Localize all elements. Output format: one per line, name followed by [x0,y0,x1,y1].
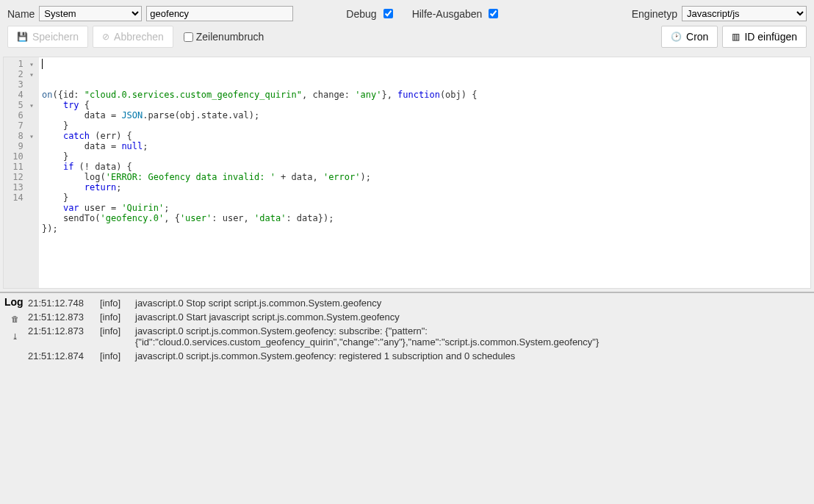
hilfe-checkbox[interactable] [489,9,498,18]
toolbar: 💾 Speichern ⊘ Abbrechen Zeilenumbruch 🕑 … [0,26,814,57]
line-number: 3 [11,79,35,90]
log-time: 21:51:12.748 [26,298,100,309]
code-line[interactable]: try { [42,100,807,110]
log-title: Log [3,296,24,308]
trash-icon: 🗑 [11,314,19,323]
code-line[interactable]: sendTo('geofency.0', {'user': user, 'dat… [42,213,807,223]
log-level: [info] [100,325,135,336]
line-number: 9 [11,141,35,151]
code-line[interactable]: catch (err) { [42,131,807,141]
hilfe-label: Hilfe-Ausgaben [412,8,483,20]
insert-id-button-label: ID einfügen [744,31,797,43]
line-number: 7 [11,120,35,131]
code-line[interactable]: log('ERROR: Geofency data invalid: ' + d… [42,172,807,182]
code-line[interactable]: on({id: "cloud.0.services.custom_geofenc… [42,90,807,100]
insert-id-button[interactable]: ▥ ID einfügen [722,26,807,48]
code-editor[interactable]: 1 ▾2 ▾3 4 5 ▾6 7 8 ▾9 10 11 12 13 14 on(… [3,57,811,289]
log-time: 21:51:12.873 [26,312,100,323]
enginetyp-label: Enginetyp [632,8,677,20]
header-bar: Name System Debug Hilfe-Ausgaben Enginet… [0,0,814,26]
log-level: [info] [100,312,135,323]
line-number: 13 [11,182,35,192]
cancel-button-label: Abbrechen [114,31,164,43]
clock-icon: 🕑 [671,32,682,42]
log-message: javascript.0 script.js.common.System.geo… [135,325,811,348]
log-time: 21:51:12.873 [26,325,100,336]
wrap-control: Zeilenumbruch [184,31,264,43]
gutter: 1 ▾2 ▾3 4 5 ▾6 7 8 ▾9 10 11 12 13 14 [4,57,39,288]
engine-select[interactable]: Javascript/js [682,6,807,21]
name-label: Name [7,8,35,20]
code-line[interactable]: data = null; [42,141,807,151]
log-message: javascript.0 Start javascript script.js.… [135,312,811,323]
line-number: 2 ▾ [11,69,35,79]
code-line[interactable]: var user = 'Quirin'; [42,203,807,213]
log-row: 21:51:12.873[info]javascript.0 script.js… [26,324,811,349]
log-level: [info] [100,350,135,361]
download-icon: ⤓ [12,332,18,342]
scroll-bottom-button[interactable]: ⤓ [8,330,21,343]
cancel-button[interactable]: ⊘ Abbrechen [93,26,173,48]
line-number: 5 ▾ [11,100,35,110]
id-icon: ▥ [732,32,740,42]
log-panel: Log 🗑 ⤓ 21:51:12.748[info]javascript.0 S… [0,293,814,366]
code-line[interactable]: return; [42,182,807,192]
line-number: 8 ▾ [11,131,35,141]
log-level: [info] [100,298,135,309]
log-message: javascript.0 script.js.common.System.geo… [135,350,811,361]
line-number: 14 [11,192,35,203]
cron-button[interactable]: 🕑 Cron [661,26,718,48]
line-number: 1 ▾ [11,59,35,69]
code-area[interactable]: on({id: "cloud.0.services.custom_geofenc… [39,57,810,288]
log-time: 21:51:12.874 [26,350,100,361]
code-line[interactable]: } [42,151,807,162]
group-select[interactable]: System [39,6,142,21]
wrap-label: Zeilenumbruch [196,31,264,43]
log-row: 21:51:12.873[info]javascript.0 Start jav… [26,310,811,324]
code-line[interactable]: }); [42,223,807,234]
code-line[interactable]: data = JSON.parse(obj.state.val); [42,110,807,120]
code-line[interactable]: } [42,120,807,131]
save-button[interactable]: 💾 Speichern [7,26,88,48]
clear-log-button[interactable]: 🗑 [8,312,21,325]
debug-checkbox[interactable] [383,9,393,18]
line-number: 6 [11,110,35,120]
line-number: 12 [11,172,35,182]
cancel-icon: ⊘ [102,32,109,42]
line-number: 10 [11,151,35,162]
log-row: 21:51:12.748[info]javascript.0 Stop scri… [26,296,811,310]
cursor [42,59,43,69]
line-number: 4 [11,90,35,100]
save-icon: 💾 [17,32,28,42]
wrap-checkbox[interactable] [184,32,193,42]
log-table: 21:51:12.748[info]javascript.0 Stop scri… [26,296,811,363]
log-message: javascript.0 Stop script script.js.commo… [135,298,811,309]
code-line[interactable]: if (! data) { [42,162,807,172]
save-button-label: Speichern [32,31,79,43]
code-line[interactable]: } [42,192,807,203]
debug-label: Debug [346,8,376,20]
script-name-input[interactable] [146,6,293,21]
line-number: 11 [11,162,35,172]
log-row: 21:51:12.874[info]javascript.0 script.js… [26,349,811,363]
cron-button-label: Cron [686,31,708,43]
